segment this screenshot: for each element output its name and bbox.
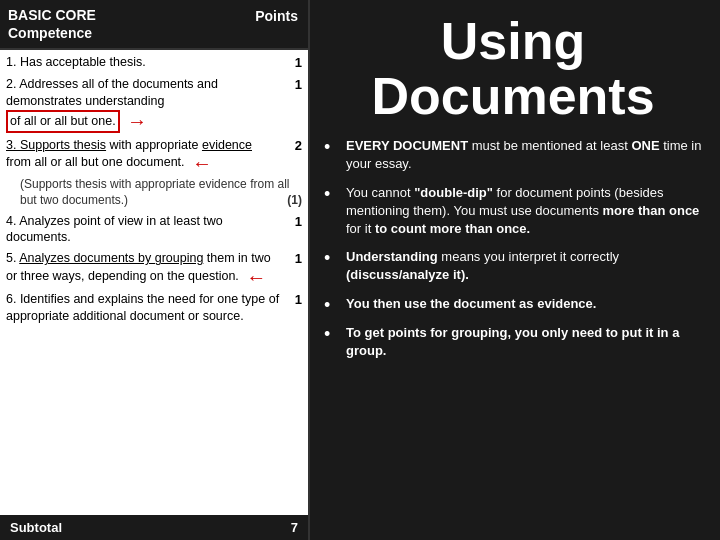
left-footer: Subtotal 7 [0, 515, 308, 540]
rubric-item-3-points: 2 [284, 137, 302, 155]
rubric-item-1-points: 1 [284, 54, 302, 72]
subtotal-label: Subtotal [10, 520, 62, 535]
left-header: BASIC CORECompetence Points [0, 0, 308, 50]
header-points: Points [255, 6, 298, 24]
rubric-item-4-points: 1 [284, 213, 302, 231]
bullet-dot-5: • [324, 325, 340, 343]
bullet-text-2: You cannot "double-dip" for document poi… [346, 184, 702, 239]
rubric-item-1: 1. Has acceptable thesis. 1 [6, 54, 302, 72]
title-line1: Using [441, 12, 585, 70]
rubric-item-6: 6. Identifies and explains the need for … [6, 291, 302, 325]
bullet-list: • EVERY DOCUMENT must be mentioned at le… [324, 137, 702, 370]
rubric-item-2-text: 2. Addresses all of the documents and de… [6, 76, 284, 133]
rubric-item-5-text: 5. Analyzes documents by grouping them i… [6, 250, 284, 287]
bullet-dot-3: • [324, 249, 340, 267]
arrow-icon-5: ← [246, 267, 266, 287]
rubric-item-3-text: 3. Supports thesis with appropriate evid… [6, 137, 284, 174]
right-title: Using Documents [324, 14, 702, 123]
rubric-item-6-points: 1 [284, 291, 302, 309]
bullet-dot-2: • [324, 185, 340, 203]
title-line2: Documents [371, 67, 654, 125]
bullet-text-5: To get points for grouping, you only nee… [346, 324, 702, 360]
bullet-item-3: • Understanding means you interpret it c… [324, 248, 702, 284]
rubric-item-2-points: 1 [284, 76, 302, 94]
bullet-text-4: You then use the document as evidence. [346, 295, 702, 313]
right-panel: Using Documents • EVERY DOCUMENT must be… [310, 0, 720, 540]
rubric-item-5: 5. Analyzes documents by grouping them i… [6, 250, 302, 287]
bullet-dot-1: • [324, 138, 340, 156]
bullet-item-5: • To get points for grouping, you only n… [324, 324, 702, 360]
rubric-item-4: 4. Analyzes point of view in at least tw… [6, 213, 302, 247]
left-panel: BASIC CORECompetence Points 1. Has accep… [0, 0, 310, 540]
bullet-text-3: Understanding means you interpret it cor… [346, 248, 702, 284]
rubric-item-2-boxed: of all or all but one. [6, 110, 120, 133]
bullet-item-1: • EVERY DOCUMENT must be mentioned at le… [324, 137, 702, 173]
rubric-item-4-text: 4. Analyzes point of view in at least tw… [6, 213, 284, 247]
arrow-icon-2: → [127, 111, 147, 131]
bullet-item-2: • You cannot "double-dip" for document p… [324, 184, 702, 239]
rubric-item-6-text: 6. Identifies and explains the need for … [6, 291, 284, 325]
rubric-item-1-text: 1. Has acceptable thesis. [6, 54, 284, 71]
header-title: BASIC CORECompetence [8, 6, 96, 42]
bullet-dot-4: • [324, 296, 340, 314]
rubric-item-3: 3. Supports thesis with appropriate evid… [6, 137, 302, 174]
rubric-item-3-sub: (Supports thesis with appropriate eviden… [20, 177, 302, 208]
bullet-text-1: EVERY DOCUMENT must be mentioned at leas… [346, 137, 702, 173]
rubric-item-2: 2. Addresses all of the documents and de… [6, 76, 302, 133]
rubric-body: 1. Has acceptable thesis. 1 2. Addresses… [0, 50, 308, 515]
rubric-item-5-points: 1 [284, 250, 302, 268]
bullet-item-4: • You then use the document as evidence. [324, 295, 702, 314]
subtotal-value: 7 [291, 520, 298, 535]
arrow-icon-3: ← [192, 153, 212, 173]
